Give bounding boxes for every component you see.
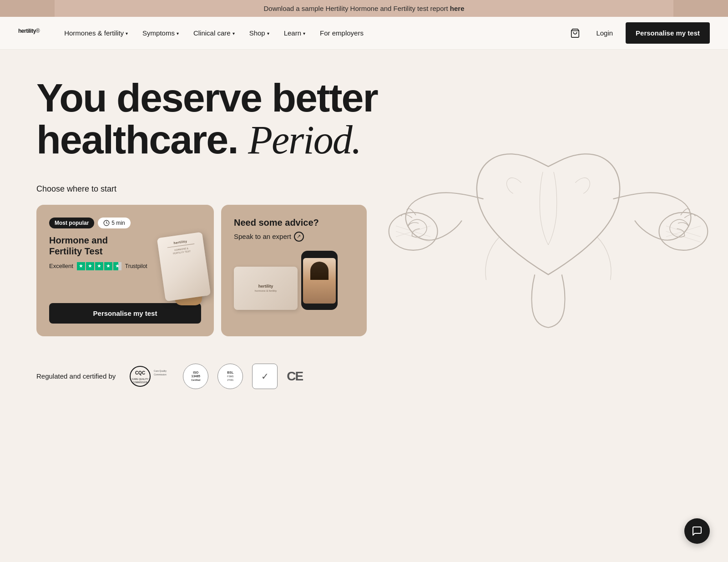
star-1: ★ [77, 262, 85, 270]
advice-link[interactable]: Speak to an expert ↗ [234, 232, 354, 242]
hero-section: You deserve better healthcare. Period. C… [0, 50, 728, 446]
svg-text:CQC: CQC [135, 370, 145, 375]
choose-label: Choose where to start [36, 184, 400, 194]
chevron-down-icon: ▾ [267, 31, 269, 36]
nav-label-shop: Shop [249, 29, 265, 37]
nav-item-clinical[interactable]: Clinical care ▾ [187, 25, 241, 41]
card-badges: Most popular 5 min [49, 218, 201, 228]
card-title-line2: Fertility Test [49, 246, 102, 256]
product-card: Most popular 5 min Hormone and Fertilit [36, 205, 214, 336]
nav-label-learn: Learn [284, 29, 301, 37]
cert-logos: CQC CARE QUALITY COMMISSION Care Quality… [128, 364, 303, 389]
nav-label-clinical: Clinical care [193, 29, 231, 37]
nav-label-symptoms: Symptoms [142, 29, 175, 37]
star-4: ★ [104, 262, 112, 270]
badge-time: 5 min [98, 218, 130, 228]
hero-content: You deserve better healthcare. Period. C… [36, 77, 400, 389]
check-logo: ✓ [252, 364, 278, 389]
logo-sup: ® [36, 27, 40, 34]
certifications-row: Regulated and certified by CQC CARE QUAL… [36, 364, 400, 389]
nav-links: Hormones & fertility ▾ Symptoms ▾ Clinic… [58, 25, 567, 41]
cart-icon[interactable] [567, 25, 583, 41]
logo-text: hertility [18, 27, 36, 34]
chat-button[interactable] [684, 518, 710, 544]
main-nav: hertility® Hormones & fertility ▾ Sympto… [0, 17, 728, 50]
nav-item-symptoms[interactable]: Symptoms ▾ [136, 25, 185, 41]
advice-title: Need some advice? [234, 218, 354, 228]
cqc-logo: CQC CARE QUALITY COMMISSION Care Quality… [128, 365, 174, 388]
nav-item-employers[interactable]: For employers [313, 25, 370, 41]
trustpilot-label: Excellent [49, 263, 73, 269]
card-title-line1: Hormone and [49, 235, 108, 245]
product-card-cta[interactable]: Personalise my test [49, 303, 201, 324]
nav-label-hormones: Hormones & fertility [64, 29, 124, 37]
login-link[interactable]: Login [591, 25, 618, 41]
svg-text:Care Quality: Care Quality [154, 370, 167, 372]
bsl-logo: BSLFSMS27001 [217, 364, 243, 389]
cert-label: Regulated and certified by [36, 372, 116, 380]
nav-item-shop[interactable]: Shop ▾ [243, 25, 276, 41]
iso-logo: ISO13485Certified [183, 364, 208, 389]
nav-item-hormones[interactable]: Hormones & fertility ▾ [58, 25, 134, 41]
hero-title-line2: healthcare. [36, 117, 238, 162]
card-title: Hormone and Fertility Test [49, 235, 147, 257]
nav-label-employers: For employers [320, 29, 364, 37]
personalise-button[interactable]: Personalise my test [626, 22, 710, 44]
chat-icon [692, 526, 703, 537]
cqc-svg: CQC CARE QUALITY COMMISSION Care Quality… [128, 365, 174, 388]
ce-text: CE [287, 369, 303, 384]
banner-text: Download a sample Hertility Hormone and … [263, 5, 450, 12]
chevron-down-icon: ▾ [126, 31, 128, 36]
nav-right: Login Personalise my test [567, 22, 710, 44]
announcement-banner: Download a sample Hertility Hormone and … [0, 0, 728, 17]
trustpilot-stars: ★ ★ ★ ★ ★ [77, 262, 121, 270]
cards-row: Most popular 5 min Hormone and Fertilit [36, 205, 400, 336]
chevron-down-icon: ▾ [233, 31, 235, 36]
hero-title-italic: Period. [248, 118, 361, 162]
star-2: ★ [86, 262, 94, 270]
external-link-icon: ↗ [294, 232, 304, 242]
nav-item-learn[interactable]: Learn ▾ [278, 25, 312, 41]
badge-time-label: 5 min [111, 220, 125, 226]
banner-link[interactable]: here [450, 5, 465, 12]
ce-mark: CE [287, 369, 303, 384]
star-5: ★ [113, 262, 121, 270]
trustpilot-brand: Trustpilot [125, 263, 147, 269]
advice-link-text: Speak to an expert [234, 233, 291, 240]
chevron-down-icon: ▾ [177, 31, 179, 36]
star-3: ★ [95, 262, 103, 270]
hero-title: You deserve better healthcare. Period. [36, 77, 400, 162]
hero-title-line1: You deserve better [36, 75, 378, 120]
phone-mockup [301, 251, 338, 310]
clock-icon [103, 220, 110, 226]
svg-text:COMMISSION: COMMISSION [133, 381, 148, 384]
badge-popular: Most popular [49, 218, 94, 228]
trustpilot-row: Excellent ★ ★ ★ ★ ★ Trustpilot [49, 262, 147, 270]
chevron-down-icon: ▾ [303, 31, 305, 36]
svg-text:CARE QUALITY: CARE QUALITY [132, 378, 149, 380]
logo[interactable]: hertility® [18, 27, 40, 39]
advice-mockup: hertility hormone & fertility [234, 251, 354, 310]
svg-text:Commission: Commission [154, 373, 167, 376]
advice-card: Need some advice? Speak to an expert ↗ h… [221, 205, 367, 336]
